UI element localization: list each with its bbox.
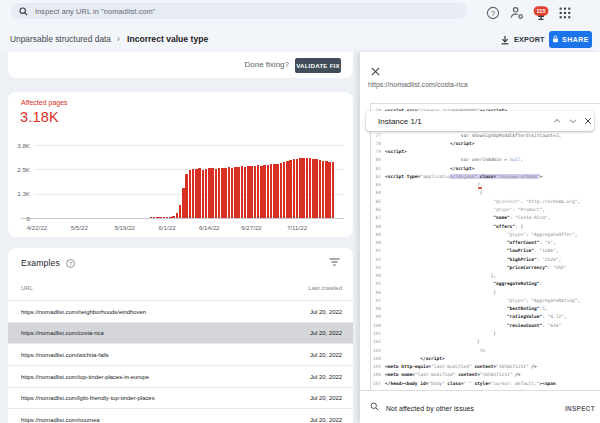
chart-bar — [260, 166, 262, 218]
line-number: 78 — [371, 140, 381, 148]
source-code-view[interactable]: 74<script src="/jquery.js?1660000005"></… — [370, 103, 600, 390]
code-line: 93 "priceCurrency": "USD" — [371, 264, 600, 272]
chart-bar — [241, 166, 243, 218]
search-icon — [19, 7, 28, 16]
code-line: 102 } — [371, 338, 600, 346]
line-number: 95 — [371, 280, 381, 288]
table-row[interactable]: https://nomadlist.com/neighborhoods/eind… — [8, 300, 353, 322]
x-tick-label: 5/5/22 — [71, 224, 88, 231]
line-number: 107 — [371, 380, 381, 388]
apps-grid-icon[interactable] — [557, 5, 573, 21]
panel-page-url[interactable]: https://nomadlist.com/costa-rica — [368, 81, 468, 89]
x-tick-label: 6/1/22 — [158, 224, 175, 231]
code-line: 88 "offers": { — [371, 223, 600, 231]
inspect-button[interactable]: INSPECT — [565, 405, 595, 412]
chart-bar — [250, 166, 252, 218]
chart-bar — [189, 170, 191, 218]
x-tick-label: 6/27/22 — [241, 224, 262, 231]
line-number: 101 — [371, 330, 381, 338]
examples-table-header: URL Last crawled — [21, 285, 342, 291]
chart-bar — [231, 168, 233, 218]
table-row[interactable]: https://nomadlist.com/lgbt-friendly-top-… — [8, 387, 353, 409]
svg-text:?: ? — [69, 261, 72, 267]
code-line: 79<script> — [371, 148, 600, 156]
code-line: 101 } — [371, 330, 600, 338]
chart-bar — [306, 158, 308, 218]
other-issues-status: Not affected by other issues — [386, 405, 474, 412]
line-number: 105 — [371, 363, 381, 371]
url-inspection-search[interactable]: Inspect any URL in "nomadlist.com" — [11, 3, 467, 19]
affected-pages-chart[interactable]: 3.8K2.5K1.3K04/22/225/5/225/19/226/1/226… — [34, 140, 352, 219]
y-tick-label: 0 — [0, 215, 30, 222]
notification-badge: 115 — [536, 8, 545, 14]
chart-bar — [319, 160, 321, 218]
line-number: 100 — [371, 322, 381, 330]
breadcrumb-parent[interactable]: Unparsable structured data — [10, 34, 111, 44]
validate-fix-button[interactable]: VALIDATE FIX — [295, 58, 341, 73]
close-search-icon[interactable] — [582, 115, 594, 127]
close-icon[interactable] — [370, 66, 381, 77]
line-number: 91 — [371, 247, 381, 255]
chart-bar — [221, 168, 223, 218]
chart-bar — [276, 164, 278, 218]
y-tick-label: 3.8K — [0, 142, 30, 149]
chart-bar — [247, 166, 249, 218]
chevron-down-icon[interactable] — [567, 115, 579, 127]
line-number: 98 — [371, 305, 381, 313]
chart-bar — [273, 164, 275, 218]
chart-bar — [150, 217, 152, 218]
chart-bar — [296, 159, 298, 218]
help-circle-icon[interactable]: ? — [66, 259, 75, 268]
top-app-bar: Inspect any URL in "nomadlist.com" ? 115 — [0, 0, 600, 27]
chart-bar — [263, 165, 265, 218]
filter-icon[interactable] — [329, 258, 340, 266]
user-settings-icon[interactable] — [509, 5, 525, 21]
y-tick-label: 1.3K — [0, 190, 30, 197]
table-row[interactable]: https://nomadlist.com/wichita-fallsJul 2… — [8, 343, 353, 365]
code-line: 84 { — [371, 189, 600, 197]
chevron-up-icon[interactable] — [551, 115, 563, 127]
panel-footer: Not affected by other issues INSPECT — [360, 390, 600, 423]
export-button[interactable]: EXPORT — [500, 31, 545, 48]
code-line: 80 var userIsAdmin = null; — [371, 156, 600, 164]
examples-title: Examples — [21, 258, 60, 268]
code-line: 87 "name": "Costa Rica", — [371, 214, 600, 222]
table-row[interactable]: https://nomadlist.com/costa-ricaJul 20, … — [8, 322, 353, 344]
export-label: EXPORT — [514, 35, 545, 44]
share-button[interactable]: SHARE — [549, 31, 592, 48]
row-url: https://nomadlist.com/lgbt-friendly-top-… — [21, 395, 155, 401]
line-number: 104 — [371, 355, 381, 363]
chart-bar — [211, 168, 213, 218]
line-number: 99 — [371, 313, 381, 321]
chart-bar — [176, 213, 178, 218]
notifications-icon[interactable]: 115 — [533, 5, 549, 21]
line-number: 106 — [371, 371, 381, 379]
table-row[interactable]: https://nomadlist.com/top-tinder-places-… — [8, 365, 353, 387]
chart-bar — [224, 168, 226, 218]
x-tick-label: 6/14/22 — [199, 224, 220, 231]
line-number: 94 — [371, 272, 381, 280]
chart-bar — [325, 161, 327, 218]
column-url: URL — [21, 285, 33, 291]
row-url: https://nomadlist.com/noumea — [21, 417, 100, 423]
row-last-crawled: Jul 20, 2022 — [310, 330, 342, 336]
help-icon[interactable]: ? — [485, 5, 501, 21]
chart-bar — [205, 169, 207, 218]
chart-bar — [228, 167, 230, 218]
x-tick-label: 5/19/22 — [114, 224, 135, 231]
instance-label: Instance 1/1 — [378, 117, 422, 126]
chart-bar — [293, 159, 295, 218]
chart-bar — [309, 158, 311, 218]
code-line: 97 "@type": "AggregateRating", — [371, 297, 600, 305]
share-label: SHARE — [562, 36, 589, 43]
code-line: 106<meta name="last-modified" content="1… — [371, 371, 600, 379]
table-row[interactable]: https://nomadlist.com/noumeaJul 20, 2022 — [8, 408, 353, 423]
chart-bar — [182, 188, 184, 218]
chart-bar — [299, 158, 301, 218]
line-number: 89 — [371, 231, 381, 239]
chart-bar — [332, 162, 334, 218]
code-line: 90 "offerCount": "5", — [371, 239, 600, 247]
chart-bar — [153, 217, 155, 218]
chart-bar — [218, 168, 220, 218]
search-console-app: Inspect any URL in "nomadlist.com" ? 115 — [0, 0, 600, 423]
